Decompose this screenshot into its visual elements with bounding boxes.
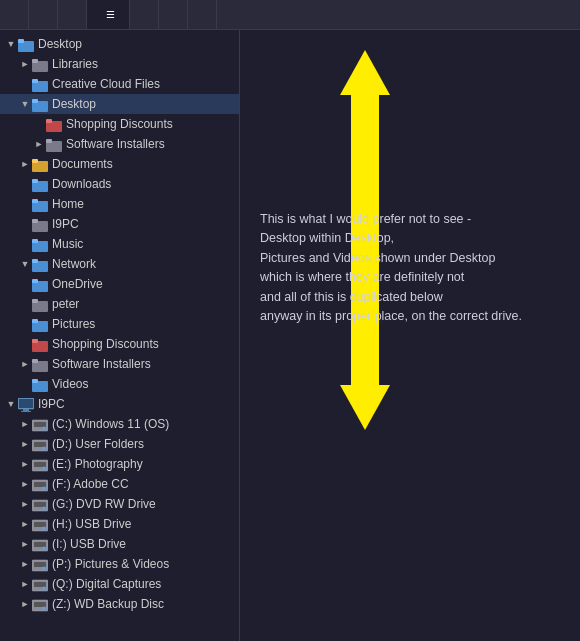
tree-item-pictures[interactable]: Pictures	[0, 314, 239, 334]
svg-rect-23	[32, 179, 38, 183]
svg-point-60	[43, 426, 46, 429]
tree-item-shopping-discounts-1[interactable]: Shopping Discounts	[0, 114, 239, 134]
tree-item-desktop-sub[interactable]: ▼ Desktop	[0, 94, 239, 114]
tree-item-home[interactable]: Home	[0, 194, 239, 214]
expand-icon[interactable]: ►	[18, 359, 32, 369]
svg-point-72	[43, 506, 46, 509]
expand-icon[interactable]: ►	[18, 479, 32, 489]
svg-rect-77	[34, 542, 46, 547]
tab-collections[interactable]	[0, 0, 29, 29]
expand-icon[interactable]: ►	[18, 159, 32, 169]
folder-icon-onedrive	[32, 276, 52, 292]
tab-filter[interactable]	[58, 0, 87, 29]
tree-item-music[interactable]: Music	[0, 234, 239, 254]
tree-item-f-drive[interactable]: ► (F:) Adobe CC	[0, 474, 239, 494]
svg-rect-86	[34, 602, 46, 607]
folder-label-i-drive: (I:) USB Drive	[52, 537, 126, 551]
expand-icon[interactable]: ▼	[18, 99, 32, 109]
tree-item-g-drive[interactable]: ► (G:) DVD RW Drive	[0, 494, 239, 514]
svg-rect-8	[32, 79, 38, 83]
folder-label-z-drive: (Z:) WD Backup Disc	[52, 597, 164, 611]
folder-icon-software-installers-2	[32, 356, 52, 372]
folder-icon-q-drive	[32, 576, 52, 591]
svg-rect-53	[32, 379, 38, 383]
svg-rect-62	[34, 442, 46, 447]
expand-icon[interactable]: ▼	[4, 399, 18, 409]
expand-icon[interactable]: ►	[18, 599, 32, 609]
folder-label-p-drive: (P:) Pictures & Videos	[52, 557, 169, 571]
svg-point-69	[43, 486, 46, 489]
tree-item-software-installers-2[interactable]: ► Software Installers	[0, 354, 239, 374]
main-content: ▼ Desktop► Libraries Creative Cloud File…	[0, 30, 580, 641]
tree-item-c-drive[interactable]: ► (C:) Windows 11 (OS)	[0, 414, 239, 434]
expand-icon[interactable]: ►	[18, 419, 32, 429]
tab-bar: ☰	[0, 0, 580, 30]
tab-favorites[interactable]	[29, 0, 58, 29]
tree-item-p-drive[interactable]: ► (P:) Pictures & Videos	[0, 554, 239, 574]
expand-icon[interactable]: ►	[32, 139, 46, 149]
expand-icon[interactable]: ►	[18, 519, 32, 529]
svg-marker-90	[340, 385, 390, 430]
folder-icon-c-drive	[32, 416, 52, 431]
tree-item-videos[interactable]: Videos	[0, 374, 239, 394]
svg-marker-89	[340, 50, 390, 95]
folder-icon-shopping-discounts-2	[32, 336, 52, 352]
tree-item-software-installers-1[interactable]: ► Software Installers	[0, 134, 239, 154]
svg-point-75	[43, 526, 46, 529]
tree-item-network[interactable]: ▼ Network	[0, 254, 239, 274]
svg-rect-80	[34, 562, 46, 567]
folder-label-peter: peter	[52, 297, 79, 311]
svg-point-81	[43, 566, 46, 569]
tab-folders[interactable]: ☰	[87, 0, 130, 29]
tree-item-shopping-discounts-2[interactable]: Shopping Discounts	[0, 334, 239, 354]
right-panel: This is what I would prefer not to see -…	[240, 30, 580, 641]
expand-icon[interactable]: ►	[18, 459, 32, 469]
tree-item-documents[interactable]: ► Documents	[0, 154, 239, 174]
tree-item-d-drive[interactable]: ► (D:) User Folders	[0, 434, 239, 454]
tree-item-i9pc[interactable]: I9PC	[0, 214, 239, 234]
expand-icon[interactable]: ►	[18, 499, 32, 509]
tree-item-i9pc-root[interactable]: ▼ I9PC	[0, 394, 239, 414]
folder-icon-desktop-root	[18, 36, 38, 52]
svg-rect-47	[32, 339, 38, 343]
tab-keywords[interactable]	[130, 0, 159, 29]
tree-item-i-drive[interactable]: ► (I:) USB Drive	[0, 534, 239, 554]
folder-label-home: Home	[52, 197, 84, 211]
folder-panel[interactable]: ▼ Desktop► Libraries Creative Cloud File…	[0, 30, 240, 641]
folder-icon-e-drive	[32, 456, 52, 471]
folder-label-downloads: Downloads	[52, 177, 111, 191]
svg-rect-11	[32, 99, 38, 103]
svg-rect-5	[32, 59, 38, 63]
tree-item-onedrive[interactable]: OneDrive	[0, 274, 239, 294]
expand-icon[interactable]: ▼	[18, 259, 32, 269]
folder-label-music: Music	[52, 237, 83, 251]
tree-item-downloads[interactable]: Downloads	[0, 174, 239, 194]
expand-icon[interactable]: ►	[18, 59, 32, 69]
svg-rect-44	[32, 319, 38, 323]
expand-icon[interactable]: ►	[18, 579, 32, 589]
svg-point-87	[43, 606, 46, 609]
svg-point-63	[43, 446, 46, 449]
tab-metadata[interactable]	[159, 0, 188, 29]
tree-item-peter[interactable]: peter	[0, 294, 239, 314]
tree-item-h-drive[interactable]: ► (H:) USB Drive	[0, 514, 239, 534]
expand-icon[interactable]: ▼	[4, 39, 18, 49]
expand-icon[interactable]: ►	[18, 559, 32, 569]
folder-icon-f-drive	[32, 476, 52, 491]
folder-label-software-installers-1: Software Installers	[66, 137, 165, 151]
tree-item-libraries[interactable]: ► Libraries	[0, 54, 239, 74]
svg-rect-20	[32, 159, 38, 163]
tree-item-desktop-root[interactable]: ▼ Desktop	[0, 34, 239, 54]
svg-rect-50	[32, 359, 38, 363]
tree-item-q-drive[interactable]: ► (Q:) Digital Captures	[0, 574, 239, 594]
expand-icon[interactable]: ►	[18, 539, 32, 549]
expand-icon[interactable]: ►	[18, 439, 32, 449]
folder-icon-documents	[32, 156, 52, 172]
tree-item-e-drive[interactable]: ► (E:) Photography	[0, 454, 239, 474]
folder-icon-g-drive	[32, 496, 52, 511]
tree-item-z-drive[interactable]: ► (Z:) WD Backup Disc	[0, 594, 239, 614]
tab-export[interactable]	[188, 0, 217, 29]
folder-label-c-drive: (C:) Windows 11 (OS)	[52, 417, 169, 431]
folder-label-libraries: Libraries	[52, 57, 98, 71]
tree-item-creative-cloud[interactable]: Creative Cloud Files	[0, 74, 239, 94]
